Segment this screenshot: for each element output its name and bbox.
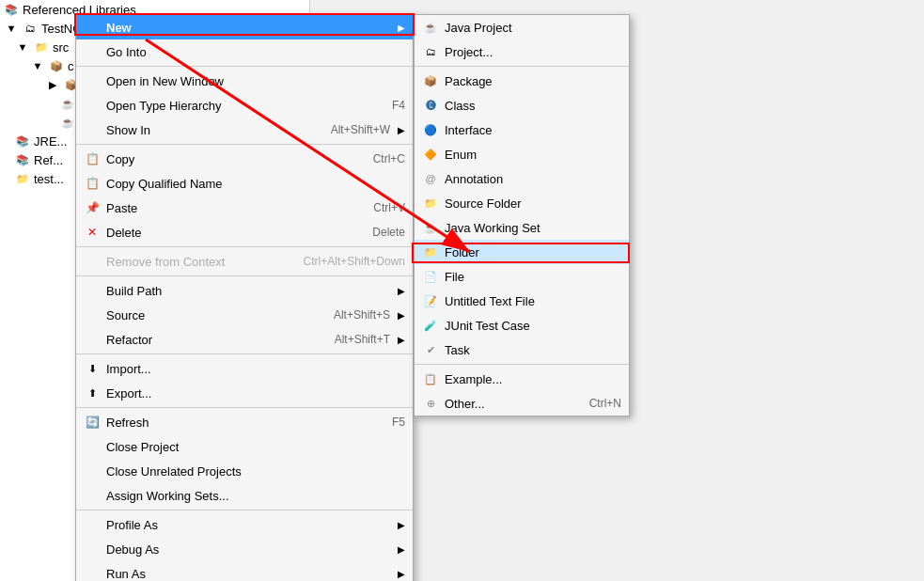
submenu-item-junit-test-case[interactable]: 🧪 JUnit Test Case bbox=[415, 313, 629, 338]
project-icon: 🗂 bbox=[422, 43, 439, 60]
untitled-icon: 📝 bbox=[422, 292, 439, 309]
lib-icon: 📚 bbox=[15, 133, 30, 149]
arrow-icon: ▶ bbox=[398, 125, 405, 135]
submenu-item-source-folder[interactable]: 📁 Source Folder bbox=[415, 191, 629, 215]
submenu-item-untitled-text-file[interactable]: 📝 Untitled Text File bbox=[415, 289, 629, 313]
menu-item-open-new-window[interactable]: Open in New Window bbox=[76, 69, 413, 93]
submenu-label-untitled: Untitled Text File bbox=[445, 294, 621, 308]
lib-icon: 📚 bbox=[4, 2, 19, 17]
submenu-label: Example... bbox=[445, 372, 621, 386]
submenu-label: Annotation bbox=[445, 172, 621, 186]
menu-item-build-path[interactable]: Build Path ▶ bbox=[76, 278, 413, 303]
blank-icon bbox=[84, 253, 101, 270]
arrow-icon: ▶ bbox=[398, 335, 405, 345]
menu-label: Paste bbox=[106, 201, 354, 215]
submenu-item-file[interactable]: 📄 File bbox=[415, 264, 629, 289]
working-set-icon: ☕ bbox=[422, 219, 439, 236]
blank-icon bbox=[84, 541, 101, 557]
menu-label: Build Path bbox=[106, 284, 390, 298]
blank-icon bbox=[84, 331, 101, 348]
menu-item-assign-working-sets[interactable]: Assign Working Sets... bbox=[76, 483, 413, 508]
submenu-label: Enum bbox=[445, 148, 621, 162]
other-icon: ⊕ bbox=[422, 395, 439, 412]
blank-icon bbox=[84, 565, 101, 581]
submenu-label: JUnit Test Case bbox=[445, 319, 621, 333]
menu-item-profile-as[interactable]: Profile As ▶ bbox=[76, 512, 413, 537]
menu-item-import[interactable]: ⬇ Import... bbox=[76, 356, 413, 381]
menu-label: Assign Working Sets... bbox=[106, 489, 405, 503]
menu-item-run-as[interactable]: Run As ▶ bbox=[76, 561, 413, 581]
arrow-icon: ▶ bbox=[398, 544, 405, 555]
arrow-icon: ▶ bbox=[398, 286, 405, 296]
menu-item-refactor[interactable]: Refactor Alt+Shift+T ▶ bbox=[76, 327, 413, 352]
submenu-item-package[interactable]: 📦 Package bbox=[415, 69, 629, 93]
menu-item-export[interactable]: ⬆ Export... bbox=[76, 381, 413, 405]
menu-item-refresh[interactable]: 🔄 Refresh F5 bbox=[76, 410, 413, 434]
menu-label: Import... bbox=[106, 362, 405, 376]
copy-icon: 📋 bbox=[84, 150, 101, 167]
submenu-item-folder[interactable]: 📁 Folder bbox=[415, 240, 629, 264]
lib-icon: 📚 bbox=[15, 152, 30, 167]
menu-label: Refresh bbox=[106, 416, 373, 430]
submenu-label-class: Class bbox=[445, 99, 621, 113]
menu-item-close-unrelated[interactable]: Close Unrelated Projects bbox=[76, 459, 413, 483]
menu-item-debug-as[interactable]: Debug As ▶ bbox=[76, 537, 413, 561]
menu-separator bbox=[76, 246, 413, 247]
shortcut-source: Alt+Shift+S bbox=[334, 308, 390, 322]
menu-item-go-into[interactable]: Go Into bbox=[76, 39, 413, 64]
tree-label: JRE... bbox=[34, 134, 67, 149]
tree-label: c bbox=[68, 59, 74, 73]
task-icon: ✔ bbox=[422, 341, 439, 358]
submenu-label-file: File bbox=[445, 270, 621, 284]
submenu-label: Other... bbox=[445, 397, 571, 411]
expand-icon: ▼ bbox=[30, 58, 45, 73]
submenu-item-java-project[interactable]: ☕ Java Project bbox=[415, 15, 629, 39]
menu-label: Copy Qualified Name bbox=[106, 177, 405, 191]
blank-icon bbox=[84, 121, 101, 138]
menu-item-copy[interactable]: 📋 Copy Ctrl+C bbox=[76, 147, 413, 171]
submenu-item-task[interactable]: ✔ Task bbox=[415, 338, 629, 362]
submenu-item-enum[interactable]: 🔶 Enum bbox=[415, 142, 629, 166]
folder-icon: 📁 bbox=[15, 171, 30, 186]
submenu-item-interface[interactable]: 🔵 Interface bbox=[415, 118, 629, 142]
submenu-item-annotation[interactable]: @ Annotation bbox=[415, 166, 629, 191]
menu-item-close-project[interactable]: Close Project bbox=[76, 434, 413, 459]
menu-label: Debug As bbox=[106, 542, 390, 557]
submenu-item-project[interactable]: 🗂 Project... bbox=[415, 39, 629, 64]
export-icon: ⬆ bbox=[84, 385, 101, 401]
submenu-label: Project... bbox=[445, 45, 621, 59]
menu-item-show-in[interactable]: Show In Alt+Shift+W ▶ bbox=[76, 118, 413, 142]
package-icon: 📦 bbox=[49, 58, 64, 73]
blank-icon bbox=[84, 72, 101, 89]
shortcut-refresh: F5 bbox=[392, 416, 405, 429]
src-icon: 📁 bbox=[34, 39, 49, 55]
submenu-item-other[interactable]: ⊕ Other... Ctrl+N bbox=[415, 391, 629, 416]
menu-item-source[interactable]: Source Alt+Shift+S ▶ bbox=[76, 303, 413, 327]
paste-icon: 📌 bbox=[84, 199, 101, 216]
blank-icon bbox=[84, 282, 101, 299]
submenu-item-example[interactable]: 📋 Example... bbox=[415, 367, 629, 391]
menu-label-new: New bbox=[106, 21, 390, 35]
menu-item-paste[interactable]: 📌 Paste Ctrl+V bbox=[76, 196, 413, 220]
submenu-item-java-working-set[interactable]: ☕ Java Working Set bbox=[415, 215, 629, 240]
menu-label: Go Into bbox=[106, 45, 405, 59]
tree-label: src bbox=[53, 40, 69, 55]
submenu-item-class[interactable]: 🅒 Class bbox=[415, 93, 629, 118]
blank-icon bbox=[84, 43, 101, 60]
blank-icon bbox=[84, 463, 101, 479]
junit-icon: 🧪 bbox=[422, 317, 439, 334]
menu-item-delete[interactable]: ✕ Delete Delete bbox=[76, 220, 413, 244]
import-icon: ⬇ bbox=[84, 360, 101, 377]
menu-separator bbox=[76, 407, 413, 408]
menu-item-copy-qualified-name[interactable]: 📋 Copy Qualified Name bbox=[76, 171, 413, 196]
arrow-icon: ▶ bbox=[398, 520, 405, 530]
interface-icon: 🔵 bbox=[422, 121, 439, 138]
file-icon: 📄 bbox=[422, 268, 439, 285]
menu-item-open-type-hierarchy[interactable]: Open Type Hierarchy F4 bbox=[76, 93, 413, 118]
menu-item-new[interactable]: New ▶ bbox=[76, 15, 413, 39]
blank-icon bbox=[84, 97, 101, 114]
delete-icon: ✕ bbox=[84, 224, 101, 241]
shortcut-paste: Ctrl+V bbox=[373, 201, 405, 214]
menu-label: Show In bbox=[106, 123, 312, 137]
shortcut-copy: Ctrl+C bbox=[373, 152, 405, 165]
